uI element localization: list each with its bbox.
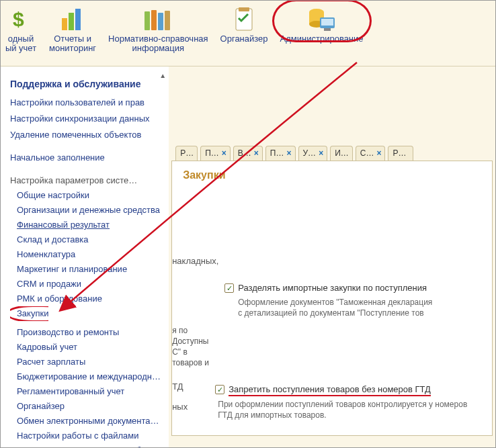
tab-label: Р… xyxy=(392,148,406,158)
chevron-up-icon[interactable]: ▲ xyxy=(159,69,166,83)
sidebar-item-production[interactable]: Производство и ремонты xyxy=(10,325,161,340)
db-pc-icon xyxy=(306,5,338,34)
tab-7[interactable]: Р… xyxy=(388,146,413,161)
tab-4[interactable]: У…× xyxy=(298,146,328,161)
svg-rect-5 xyxy=(151,10,157,30)
toolbar-label: Органайзер xyxy=(220,34,268,44)
toolbar-item-otchety[interactable]: Отчеты и мониторинг xyxy=(49,2,96,53)
sidebar-item-sync[interactable]: Настройки синхронизации данных xyxy=(10,111,161,126)
tab-label: В… xyxy=(238,148,251,158)
content-area: Р… П…× В…× П…× У…× И… С…× Р… Закупки нак… xyxy=(169,66,495,447)
checklist-icon xyxy=(228,5,260,34)
sidebar-item-hr[interactable]: Кадровый учет xyxy=(10,340,161,355)
main-area: ▲ Поддержка и обслуживание Настройки пол… xyxy=(1,66,495,447)
sidebar-scroll-arrows[interactable]: ▲ xyxy=(159,69,166,83)
svg-rect-14 xyxy=(321,19,333,26)
dollar-icon: $ xyxy=(5,5,37,34)
toolbar-label: Отчеты и мониторинг xyxy=(49,34,96,53)
text-fragment: я по Доступны С" в товаров и xyxy=(172,325,212,368)
tab-2[interactable]: В…× xyxy=(233,146,263,161)
checkbox-checked-icon[interactable]: ✓ xyxy=(215,385,224,394)
toolbar-item-admin[interactable]: Администрирование xyxy=(280,2,364,44)
books-icon xyxy=(142,5,174,34)
sidebar-item-nomenklatura[interactable]: Номенклатура xyxy=(10,247,161,262)
toolbar-label: Администрирование xyxy=(280,34,364,44)
sidebar-item-budget[interactable]: Бюджетирование и международный … xyxy=(10,369,161,384)
svg-rect-4 xyxy=(144,11,150,30)
option-label: Запретить поступления товаров без номеро… xyxy=(229,384,431,395)
tab-label: П… xyxy=(270,148,284,158)
svg-rect-9 xyxy=(239,7,249,11)
text-fragment: накладных, xyxy=(172,255,483,267)
sidebar-item-general[interactable]: Общие настройки xyxy=(10,188,161,203)
sidebar-item-orgs-money[interactable]: Организации и денежные средства xyxy=(10,203,161,218)
toolbar-label: Нормативно-справочная информация xyxy=(108,34,208,53)
main-toolbar: $ одный ый учет Отчеты и мониторинг Норм… xyxy=(1,1,495,66)
close-icon[interactable]: × xyxy=(254,148,259,158)
tab-0[interactable]: Р… xyxy=(175,146,198,161)
option-split-imports[interactable]: ✓ Разделять импортные закупки по поступл… xyxy=(224,283,483,293)
option-label: Разделять импортные закупки по поступлен… xyxy=(238,283,427,293)
svg-rect-1 xyxy=(62,18,67,30)
sidebar-item-files[interactable]: Настройки работы с файлами xyxy=(10,429,161,443)
toolbar-item-normativ[interactable]: Нормативно-справочная информация xyxy=(108,2,208,53)
sidebar-heading: Поддержка и обслуживание xyxy=(10,73,161,94)
document-tabs: Р… П…× В…× П…× У…× И… С…× Р… xyxy=(169,146,495,161)
chart-icon xyxy=(56,5,89,34)
close-icon[interactable]: × xyxy=(286,148,291,158)
sidebar-item-initial-fill[interactable]: Начальное заполнение xyxy=(10,150,161,165)
sidebar-item-warehouse[interactable]: Склад и доставка xyxy=(10,232,161,247)
text-fragment: ТД xyxy=(172,382,212,392)
svg-rect-3 xyxy=(75,9,81,30)
option-desc: При оформлении поступлений товаров контр… xyxy=(218,399,483,420)
tab-6[interactable]: С…× xyxy=(356,146,386,161)
tab-label: У… xyxy=(303,148,317,158)
tab-5[interactable]: И… xyxy=(330,146,353,161)
option-forbid-no-gtd[interactable]: ✓ Запретить поступления товаров без номе… xyxy=(215,384,431,395)
tab-label: Р… xyxy=(180,148,194,158)
sidebar-item-delete-marked[interactable]: Удаление помеченных объектов xyxy=(10,128,161,142)
tab-3[interactable]: П…× xyxy=(265,146,296,161)
option-desc: Оформление документов "Таможенная деклар… xyxy=(238,297,483,318)
toolbar-label: одный ый учет xyxy=(5,34,36,53)
sidebar-item-edoc[interactable]: Обмен электронными документами xyxy=(10,414,161,429)
toolbar-item-organayzer[interactable]: Органайзер xyxy=(220,2,268,44)
panel-title: Закупки xyxy=(183,169,483,181)
close-icon[interactable]: × xyxy=(376,148,381,158)
sidebar-item-crm[interactable]: CRM и продажи xyxy=(10,277,161,292)
tab-label: И… xyxy=(335,148,349,158)
tab-1[interactable]: П…× xyxy=(200,146,231,161)
close-icon[interactable]: × xyxy=(222,148,226,158)
sidebar-item-rmk[interactable]: РМК и оборудование xyxy=(10,292,161,306)
close-icon[interactable]: × xyxy=(319,148,323,158)
sidebar-item-zakupki[interactable]: Закупки xyxy=(10,306,48,321)
toolbar-item-uchet[interactable]: $ одный ый учет xyxy=(5,2,37,53)
svg-rect-15 xyxy=(324,28,331,31)
sidebar-item-fin-result[interactable]: Финансовый результат xyxy=(10,218,161,232)
admin-sidebar: ▲ Поддержка и обслуживание Настройки пол… xyxy=(1,66,169,447)
sidebar-item-print-forms[interactable]: Печатные формы, отчеты и обработ… xyxy=(10,443,161,447)
svg-text:$: $ xyxy=(13,8,24,30)
sidebar-group-params: Настройка параметров систе… xyxy=(10,173,161,188)
tab-label: П… xyxy=(205,148,219,158)
tab-label: С… xyxy=(360,148,374,158)
settings-panel-zakupki: Закупки накладных, ✓ Разделять импортные… xyxy=(171,161,493,436)
sidebar-item-reg-uchet[interactable]: Регламентированный учет xyxy=(10,384,161,399)
checkbox-checked-icon[interactable]: ✓ xyxy=(224,283,234,293)
sidebar-item-marketing[interactable]: Маркетинг и планирование xyxy=(10,262,161,277)
text-fragment: ных xyxy=(172,399,202,412)
svg-rect-2 xyxy=(69,13,74,30)
sidebar-item-payroll[interactable]: Расчет зарплаты xyxy=(10,355,161,369)
sidebar-item-user-rights[interactable]: Настройки пользователей и прав xyxy=(10,95,161,110)
sidebar-item-organayzer[interactable]: Органайзер xyxy=(10,399,161,414)
svg-rect-6 xyxy=(158,13,163,30)
svg-rect-7 xyxy=(165,11,170,30)
